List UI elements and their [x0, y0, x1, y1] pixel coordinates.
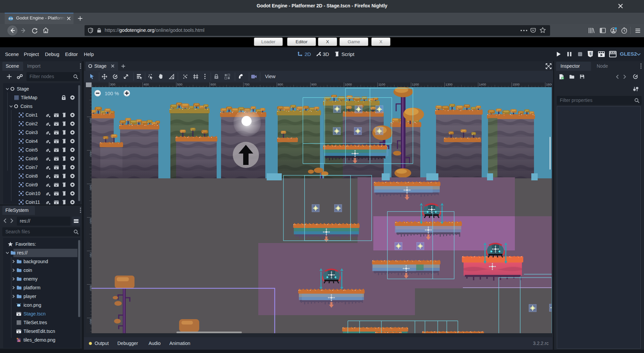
svg-text:1500: 1500	[513, 82, 520, 86]
svg-text:1600: 1600	[546, 82, 552, 86]
svg-text:1300: 1300	[445, 82, 452, 86]
svg-text:800: 800	[278, 82, 283, 86]
svg-text:100 %: 100 %	[105, 91, 119, 96]
svg-text:1400: 1400	[479, 82, 486, 86]
svg-text:900: 900	[311, 82, 317, 86]
svg-text:700: 700	[244, 82, 250, 86]
svg-text:1200: 1200	[412, 82, 419, 86]
svg-text:1100: 1100	[378, 82, 385, 86]
svg-text:600: 600	[211, 82, 216, 86]
svg-text:5: 5	[589, 52, 591, 56]
svg-text:500: 500	[177, 82, 182, 86]
svg-text:1000: 1000	[345, 82, 352, 86]
svg-text:400: 400	[144, 82, 149, 86]
svg-text:300: 300	[110, 82, 115, 86]
